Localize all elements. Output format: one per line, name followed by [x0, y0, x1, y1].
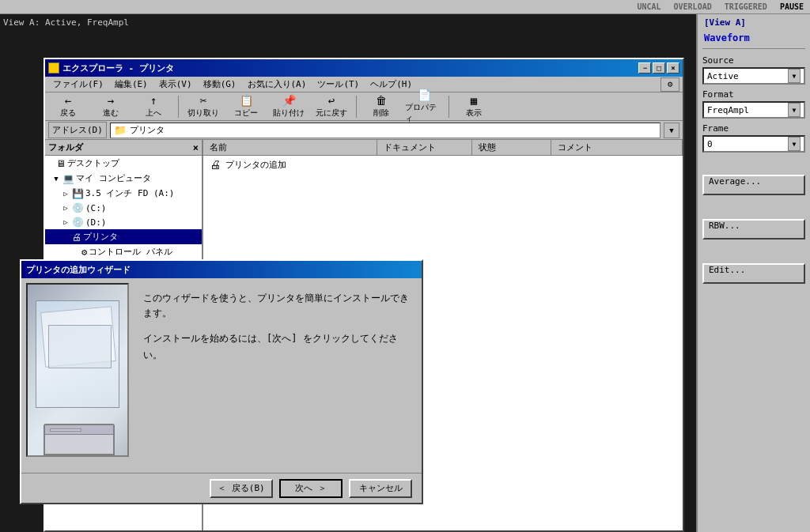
- menu-help[interactable]: ヘルプ(H): [365, 77, 417, 92]
- tree-label-d: (D:): [85, 217, 107, 228]
- sidebar-view-label: [View A]: [698, 14, 810, 31]
- col-header-status[interactable]: 状態: [472, 140, 551, 155]
- wizard-text-body: インストールを始めるには、[次へ] をクリックしてください。: [143, 330, 412, 363]
- properties-button[interactable]: 📄 プロパティ: [404, 95, 444, 119]
- back-button[interactable]: ← 戻る: [48, 95, 88, 119]
- uncal-status: UNCAL: [637, 2, 660, 11]
- properties-icon: 📄: [418, 89, 431, 101]
- tree-item-mycomputer[interactable]: ▼ 💻 マイ コンピュータ: [45, 171, 202, 186]
- source-value: Active: [707, 71, 739, 81]
- file-list-header: 名前 ドキュメント 状態 コメント: [203, 140, 683, 156]
- address-input[interactable]: 📁 プリンタ: [110, 123, 660, 138]
- average-button[interactable]: Average...: [702, 175, 805, 195]
- back-label: 戻る: [60, 108, 76, 119]
- tree-item-floppy[interactable]: ▷ 💾 3.5 インチ FD (A:): [45, 186, 202, 201]
- source-dropdown-arrow[interactable]: ▼: [788, 69, 801, 83]
- sidebar-waveform-button[interactable]: Waveform: [698, 31, 810, 45]
- up-button[interactable]: ↑ 上へ: [134, 95, 173, 119]
- format-value: FreqAmpl: [707, 105, 749, 115]
- wizard-image-bg: [36, 300, 119, 408]
- view-icon: ▦: [471, 94, 477, 107]
- source-label: Source: [702, 55, 805, 66]
- paste-icon: 📌: [282, 94, 296, 107]
- up-icon: ↑: [150, 94, 157, 107]
- wizard-content: このウィザードを使うと、プリンタを簡単にインストールできます。 インストールを始…: [21, 278, 422, 473]
- address-value: プリンタ: [130, 124, 165, 136]
- wizard-titlebar: プリンタの追加ウィザード: [21, 261, 422, 278]
- main-area: View A: Active, FreqAmpl エクスプローラ - プリンタ …: [0, 14, 810, 532]
- format-dropdown-arrow[interactable]: ▼: [788, 103, 801, 117]
- address-dropdown-btn[interactable]: ▼: [664, 123, 679, 138]
- spacer-2: [698, 198, 810, 214]
- wizard-back-button[interactable]: ＜ 戻る(B): [210, 479, 273, 498]
- frame-label: Frame: [702, 123, 805, 134]
- explorer-title-label: エクスプローラ - プリンタ: [62, 62, 174, 74]
- expand-icon-d: ▷: [61, 218, 70, 226]
- tree-item-controlpanel[interactable]: ⚙ コントロール パネル: [45, 244, 202, 259]
- tree-icon-desktop: 🖥: [56, 158, 66, 169]
- frame-input-box[interactable]: 0 ▼: [702, 135, 805, 153]
- col-header-document[interactable]: ドキュメント: [377, 140, 472, 155]
- maximize-button[interactable]: □: [653, 62, 665, 74]
- tree-item-c[interactable]: ▷ 💿 (C:): [45, 201, 202, 215]
- view-area: View A: Active, FreqAmpl エクスプローラ - プリンタ …: [0, 14, 696, 532]
- edit-button[interactable]: Edit...: [702, 263, 805, 284]
- top-status-bar: UNCAL OVERLOAD TRIGGERED PAUSE: [0, 0, 810, 14]
- menu-favorites[interactable]: お気に入り(A): [243, 77, 312, 92]
- tree-icon-controlpanel: ⚙: [81, 247, 87, 258]
- tree-item-printer[interactable]: 🖨 プリンタ: [45, 229, 202, 244]
- sidebar-divider-1: [702, 48, 805, 49]
- wizard-dialog: プリンタの追加ウィザード: [20, 259, 423, 504]
- toolbar-extra-btn[interactable]: ⚙: [660, 77, 679, 92]
- menu-view[interactable]: 表示(V): [154, 77, 197, 92]
- menu-navigate[interactable]: 移動(G): [199, 77, 241, 92]
- paste-label: 貼り付け: [273, 108, 305, 119]
- tree-item-desktop[interactable]: 🖥 デスクトップ: [45, 156, 202, 171]
- back-icon: ←: [65, 94, 71, 107]
- tree-icon-printer: 🖨: [72, 232, 81, 243]
- col-header-name[interactable]: 名前: [203, 140, 377, 155]
- folder-header: フォルダ ×: [45, 140, 202, 156]
- sidebar-format-section: Format FreqAmpl ▼: [698, 86, 810, 120]
- view-label-btn: 表示: [466, 108, 482, 119]
- copy-label: コピー: [234, 108, 258, 119]
- tree-label-desktop: デスクトップ: [67, 157, 119, 169]
- wizard-next-button[interactable]: 次へ ＞: [279, 479, 343, 498]
- paste-button[interactable]: 📌 貼り付け: [269, 95, 308, 119]
- undo-button[interactable]: ↩ 元に戻す: [312, 95, 351, 119]
- view-button[interactable]: ▦ 表示: [454, 95, 494, 119]
- copy-button[interactable]: 📋 コピー: [226, 95, 266, 119]
- file-item-add-printer[interactable]: 🖨 プリンタの追加: [203, 156, 683, 173]
- minimize-button[interactable]: －: [638, 62, 651, 74]
- wizard-image-printer: [44, 424, 115, 455]
- wizard-text-area: このウィザードを使うと、プリンタを簡単にインストールできます。 インストールを始…: [134, 278, 422, 473]
- menu-tools[interactable]: ツール(T): [312, 77, 364, 92]
- wizard-cancel-button[interactable]: キャンセル: [349, 479, 412, 498]
- wizard-text-title: このウィザードを使うと、プリンタを簡単にインストールできます。: [143, 291, 412, 321]
- tree-label-controlpanel: コントロール パネル: [89, 246, 172, 258]
- forward-button[interactable]: → 進む: [91, 95, 131, 119]
- rbw-button[interactable]: RBW...: [702, 219, 805, 240]
- col-header-comment[interactable]: コメント: [551, 140, 683, 155]
- tree-icon-c: 💿: [72, 202, 84, 213]
- close-button[interactable]: ×: [667, 62, 679, 74]
- wizard-image-panel: [26, 283, 129, 457]
- frame-dropdown-arrow[interactable]: ▼: [788, 137, 801, 151]
- delete-button[interactable]: 🗑 削除: [361, 95, 401, 119]
- source-input-box[interactable]: Active ▼: [702, 67, 805, 85]
- view-label: View A: Active, FreqAmpl: [3, 17, 129, 28]
- folder-panel-close[interactable]: ×: [193, 142, 199, 153]
- cut-button[interactable]: ✂ 切り取り: [184, 95, 223, 119]
- wizard-buttons: ＜ 戻る(B) 次へ ＞ キャンセル: [21, 473, 422, 503]
- properties-label: プロパティ: [405, 102, 443, 124]
- menu-file[interactable]: ファイル(F): [48, 77, 108, 92]
- tree-label-mycomputer: マイ コンピュータ: [76, 172, 151, 184]
- format-label: Format: [702, 89, 805, 100]
- tree-item-d[interactable]: ▷ 💿 (D:): [45, 215, 202, 229]
- window-controls[interactable]: － □ ×: [638, 62, 679, 74]
- sidebar-source-section: Source Active ▼: [698, 52, 810, 86]
- toolbar-sep-2: [356, 96, 357, 118]
- menu-edit[interactable]: 編集(E): [110, 77, 153, 92]
- spacer-3: [698, 243, 810, 258]
- format-input-box[interactable]: FreqAmpl ▼: [702, 101, 805, 119]
